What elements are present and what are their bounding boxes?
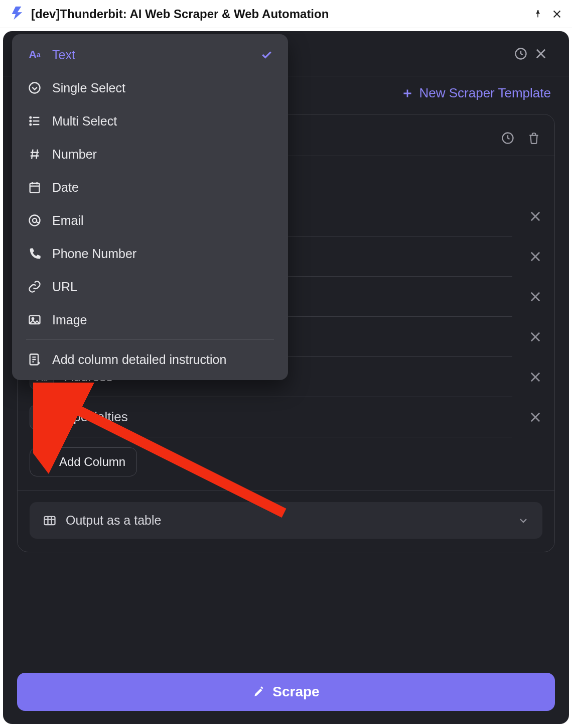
- scrape-icon: [252, 685, 265, 698]
- close-icon[interactable]: [551, 8, 563, 20]
- output-format-selector[interactable]: Output as a table: [30, 502, 542, 539]
- table-icon: [43, 514, 57, 528]
- svg-rect-10: [30, 183, 40, 193]
- svg-point-3: [37, 417, 39, 418]
- type-option-date[interactable]: Date: [12, 171, 288, 204]
- type-option-phone[interactable]: Phone Number: [12, 237, 288, 270]
- type-option-url[interactable]: URL: [12, 270, 288, 303]
- app-panel: In New Scraper Template: [3, 31, 569, 724]
- date-icon: [27, 180, 42, 195]
- check-icon: [260, 48, 273, 61]
- field-type-chip[interactable]: [30, 405, 54, 429]
- svg-point-11: [30, 215, 40, 226]
- svg-point-6: [30, 83, 40, 93]
- add-detailed-instruction[interactable]: Add column detailed instruction: [12, 343, 288, 376]
- url-icon: [27, 279, 42, 294]
- email-icon: [27, 213, 42, 228]
- svg-rect-5: [45, 516, 55, 524]
- scrape-label: Scrape: [272, 684, 319, 700]
- single-select-icon: [27, 80, 42, 95]
- text-icon: Aa: [27, 47, 42, 62]
- multi-select-type-icon: [35, 411, 48, 424]
- remove-field-icon[interactable]: [528, 370, 542, 384]
- remove-field-icon[interactable]: [528, 330, 542, 344]
- type-option-email[interactable]: Email: [12, 204, 288, 237]
- new-template-label: New Scraper Template: [419, 85, 551, 101]
- remove-field-icon[interactable]: [528, 290, 542, 304]
- svg-point-12: [33, 218, 37, 222]
- svg-point-14: [32, 318, 34, 320]
- field-name[interactable]: Specialties: [65, 397, 512, 437]
- history-icon[interactable]: [511, 44, 531, 64]
- new-template-button[interactable]: New Scraper Template: [401, 85, 551, 101]
- card-delete-icon[interactable]: [525, 130, 542, 147]
- scrape-button[interactable]: Scrape: [17, 673, 555, 711]
- type-option-image[interactable]: Image: [12, 303, 288, 336]
- chevron-down-icon: [517, 515, 529, 527]
- svg-point-8: [30, 120, 31, 122]
- remove-field-icon[interactable]: [528, 410, 542, 424]
- svg-point-4: [37, 420, 39, 421]
- svg-point-7: [30, 117, 31, 118]
- card-history-icon[interactable]: [499, 130, 516, 147]
- svg-point-2: [37, 413, 39, 415]
- number-icon: [27, 147, 42, 162]
- type-option-multi-select[interactable]: Multi Select: [12, 104, 288, 138]
- add-column-button[interactable]: Add Column: [30, 447, 137, 476]
- image-icon: [27, 312, 42, 327]
- phone-icon: [27, 246, 42, 261]
- multi-select-icon: [27, 113, 42, 129]
- type-option-number[interactable]: Number: [12, 138, 288, 171]
- type-option-text[interactable]: Aa Text: [12, 38, 288, 71]
- add-column-label: Add Column: [59, 455, 125, 469]
- field-row-specialties: Specialties: [30, 397, 542, 437]
- svg-point-9: [30, 124, 31, 126]
- thunderbit-logo-icon: [9, 6, 24, 23]
- remove-field-icon[interactable]: [528, 250, 542, 264]
- extension-header: [dev]Thunderbit: AI Web Scraper & Web Au…: [0, 0, 572, 28]
- pin-icon[interactable]: [532, 8, 544, 20]
- column-type-dropdown: Aa Text Single Select Multi Select Numbe…: [12, 34, 288, 380]
- output-label: Output as a table: [66, 513, 508, 528]
- instruction-icon: [27, 352, 42, 367]
- remove-field-icon[interactable]: [528, 209, 542, 223]
- type-option-single-select[interactable]: Single Select: [12, 71, 288, 104]
- extension-title: [dev]Thunderbit: AI Web Scraper & Web Au…: [31, 7, 525, 21]
- app-close-icon[interactable]: [531, 44, 551, 64]
